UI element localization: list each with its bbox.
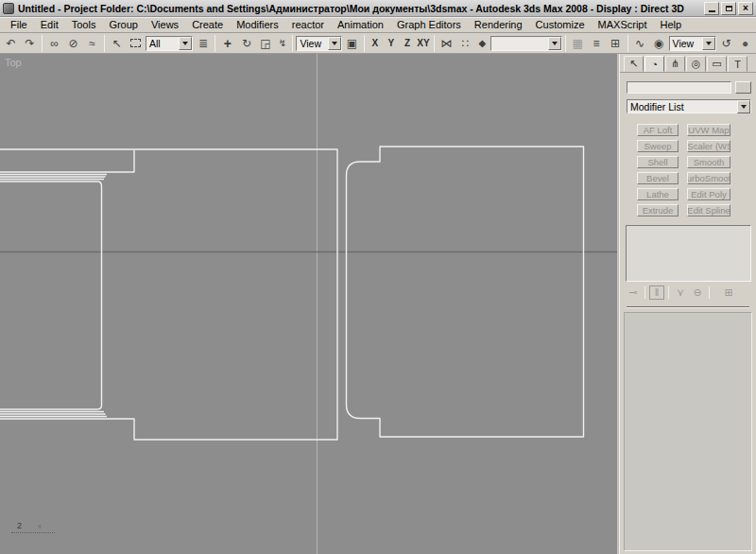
tab-utilities[interactable]: T [728,56,747,72]
modifier-button-editpoly[interactable]: Edit Poly [687,188,730,200]
restore-button[interactable] [721,2,736,15]
close-icon: × [743,4,748,13]
make-unique-button[interactable]: ⋎ [673,286,688,300]
object-color-swatch[interactable] [735,81,751,94]
schematic-view-button[interactable]: ⊞ [607,34,625,52]
tab-motion[interactable]: ◎ [686,56,706,72]
menu-group[interactable]: Group [102,18,145,31]
snaps-toggle-button[interactable]: ∷ [456,34,474,52]
render-type-value: View [670,38,702,49]
named-selection-sets-dropdown[interactable] [490,36,562,51]
menu-create[interactable]: Create [185,18,230,31]
modifier-button-uvwmap[interactable]: UVW Map [687,124,730,136]
tab-display[interactable]: ▭ [707,56,727,72]
select-and-manipulate-button[interactable]: ↯ [275,34,289,52]
toolbar-separator [42,35,43,52]
title-bar: Untitled - Project Folder: C:\Documents … [0,0,756,17]
spline-left-profile[interactable] [0,149,337,440]
constraint-z-button[interactable]: Z [400,35,415,51]
display-icon: ▭ [712,58,721,70]
edit-named-sets-button[interactable]: ▦ [569,34,587,52]
modifier-button-grid: AF Loft UVW Map Sweep apScaler (WSM Shel… [620,117,756,216]
modifier-button-bevel[interactable]: Bevel [637,172,679,184]
menu-customize[interactable]: Customize [529,18,592,31]
remove-modifier-button[interactable]: ⊖ [690,286,705,300]
menu-file[interactable]: File [4,18,34,31]
selection-filter-dropdown[interactable]: All [146,36,193,51]
spline-right-profile[interactable] [347,147,584,437]
viewport-label[interactable]: Top [5,57,22,68]
modifier-button-turbosmooth[interactable]: TurboSmooth [687,172,730,184]
motion-icon: ◎ [692,58,701,70]
pin-stack-button[interactable]: ⊸ [626,286,641,300]
select-and-link-button[interactable]: ∞ [45,34,63,52]
menu-tools[interactable]: Tools [65,18,103,31]
manipulate-icon: ↯ [279,39,286,48]
object-name-field[interactable] [627,81,731,94]
bind-to-space-warp-icon: ≈ [89,38,95,49]
modifier-button-sweep[interactable]: Sweep [637,140,679,152]
make-unique-icon: ⋎ [677,286,684,299]
minimize-button[interactable] [704,2,719,15]
dropdown-arrow-button[interactable] [737,100,750,113]
undo-button[interactable]: ↶ [2,34,20,52]
render-type-dropdown[interactable]: View [669,36,716,51]
select-and-scale-button[interactable]: ◲ [256,34,274,52]
dropdown-arrow-button[interactable] [328,37,341,50]
tab-hierarchy[interactable]: ⋔ [665,56,685,72]
menu-edit[interactable]: Edit [34,18,65,31]
selection-filter-value: All [146,38,179,49]
modifier-button-smooth[interactable]: Smooth [687,156,730,168]
menu-animation[interactable]: Animation [331,18,390,31]
redo-button[interactable]: ↷ [21,34,39,52]
selection-region-button[interactable] [127,34,145,52]
show-end-result-button[interactable]: ‖ [649,286,664,300]
select-object-button[interactable]: ↖ [108,34,126,52]
select-by-name-button[interactable]: ≣ [194,34,212,52]
modifier-button-mapscaler[interactable]: apScaler (WSM [687,140,730,152]
curve-editor-button[interactable]: ∿ [631,34,649,52]
top-viewport[interactable]: Top 2 x [0,54,619,554]
menu-graph-editors[interactable]: Graph Editors [390,18,468,31]
constraint-x-button[interactable]: X [368,35,383,51]
menu-maxscript[interactable]: MAXScript [592,18,654,31]
bind-to-space-warp-button[interactable]: ≈ [83,34,101,52]
hierarchy-icon: ⋔ [671,58,679,70]
tab-modify[interactable]: ◔ [644,56,664,72]
use-center-button[interactable]: ▣ [343,34,361,52]
select-and-rotate-button[interactable]: ↻ [237,34,255,52]
constraint-y-button[interactable]: Y [384,35,399,51]
menu-help[interactable]: Help [654,18,689,31]
quick-render-button[interactable]: ● [736,34,754,52]
dropdown-arrow-button[interactable] [179,37,192,50]
mirror-button[interactable]: ⋈ [438,34,455,52]
toolbar-separator [292,35,293,52]
modifier-button-lathe[interactable]: Lathe [637,188,679,200]
viewport-canvas[interactable] [0,54,617,554]
modifier-button-shell[interactable]: Shell [637,156,679,168]
menu-rendering[interactable]: Rendering [468,18,529,31]
menu-reactor[interactable]: reactor [285,18,331,31]
menu-views[interactable]: Views [145,18,185,31]
modifier-button-extrude[interactable]: Extrude [637,204,679,216]
configure-modifier-sets-button[interactable]: ⊞ [721,286,736,300]
rollout-area [624,312,752,551]
layer-manager-button[interactable]: ≡ [588,34,606,52]
render-scene-button[interactable]: ↺ [717,34,735,52]
angle-snap-button[interactable]: ◆ [475,34,490,52]
unlink-selection-button[interactable]: ⊘ [64,34,82,52]
constraint-xy-button[interactable]: XY [416,35,431,51]
menu-modifiers[interactable]: Modifiers [230,18,285,31]
modifier-stack-list[interactable] [626,225,751,282]
dropdown-arrow-button[interactable] [548,37,561,50]
chevron-down-icon [706,42,712,45]
select-and-move-button[interactable]: + [218,34,236,52]
modifier-button-editspline[interactable]: Edit Spline [687,204,730,216]
modifier-button-afloft[interactable]: AF Loft [637,124,679,136]
tab-create[interactable]: ↖ [624,56,644,72]
material-editor-button[interactable]: ◉ [650,34,668,52]
reference-coordinate-dropdown[interactable]: View [296,36,342,51]
close-button[interactable]: × [738,2,753,15]
dropdown-arrow-button[interactable] [702,37,715,50]
modifier-list-dropdown[interactable]: Modifier List [627,99,751,113]
